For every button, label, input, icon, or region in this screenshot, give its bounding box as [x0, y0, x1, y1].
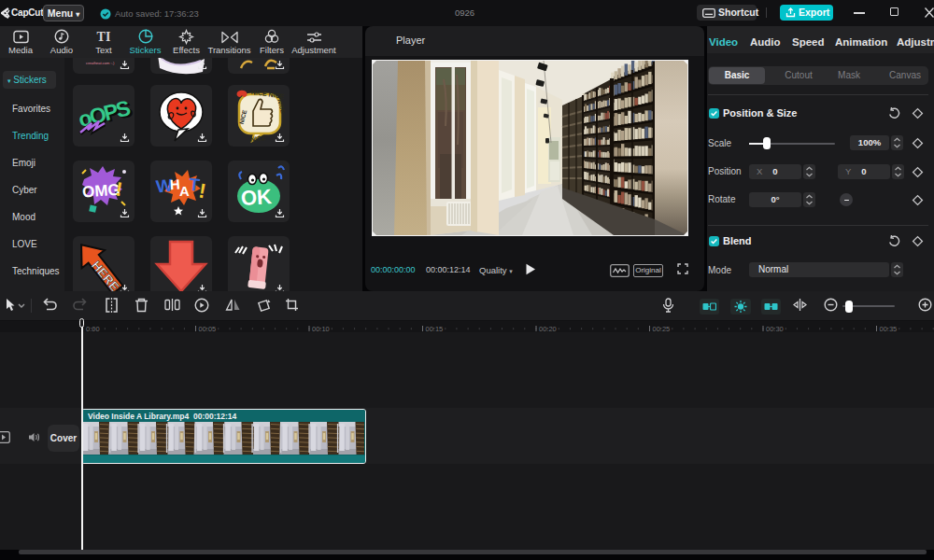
svg-text:OK: OK — [240, 185, 273, 210]
svg-text:NICE: NICE — [250, 134, 267, 143]
